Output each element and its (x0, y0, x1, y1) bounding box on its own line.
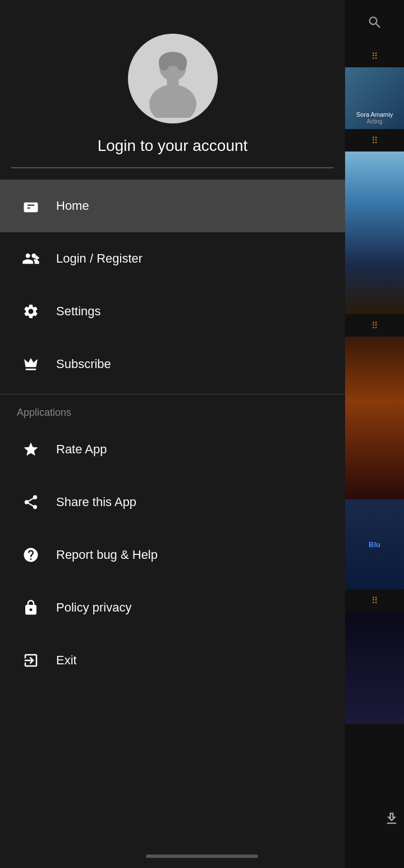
home-icon (17, 192, 45, 220)
grid-icon-4[interactable]: ⠿ (345, 589, 404, 612)
exit-icon (17, 646, 45, 674)
menu-item-rate[interactable]: Rate App (0, 423, 345, 476)
menu-item-privacy[interactable]: Policy privacy (0, 581, 345, 634)
sora-name: Sora Amamiy (356, 111, 393, 118)
menu-label-share: Share this App (56, 495, 136, 509)
header-divider (11, 167, 334, 168)
menu-label-subscribe: Subscribe (56, 357, 111, 371)
help-icon (17, 541, 45, 569)
menu-label-bug: Report bug & Help (56, 548, 158, 562)
right-panel: ⠿ Sora Amamiy Acting ⠿ ⠿ Blu ⠿ (345, 0, 404, 868)
applications-menu: Rate App Share this App Report bug & Hel… (0, 423, 345, 687)
svg-point-5 (158, 55, 169, 71)
navigation-drawer: Login to your account Home Login / Regis… (0, 0, 345, 868)
login-prompt[interactable]: Login to your account (98, 137, 248, 155)
drawer-header: Login to your account (0, 0, 345, 180)
menu-label-rate: Rate App (56, 442, 107, 457)
menu-label-login: Login / Register (56, 251, 143, 266)
section-divider (0, 394, 345, 394)
lock-icon (17, 594, 45, 622)
grid-icon-3[interactable]: ⠿ (345, 314, 404, 337)
menu-label-home: Home (56, 199, 89, 213)
share-icon (17, 488, 45, 516)
anime-thumbnail-3[interactable] (345, 612, 404, 724)
search-button[interactable] (345, 0, 404, 45)
svg-rect-3 (167, 79, 178, 89)
svg-point-6 (176, 55, 187, 71)
grid-icon-2[interactable]: ⠿ (345, 129, 404, 151)
bottom-nav-bar (146, 855, 258, 858)
menu-item-bug[interactable]: Report bug & Help (0, 529, 345, 581)
download-icon[interactable] (384, 811, 400, 829)
menu-label-settings: Settings (56, 304, 101, 319)
main-menu: Home Login / Register Settings (0, 180, 345, 391)
star-icon (17, 435, 45, 463)
subscribe-icon (17, 350, 45, 378)
sora-role: Acting (356, 118, 393, 125)
menu-item-home[interactable]: Home (0, 180, 345, 232)
anime-thumbnail-1[interactable] (345, 151, 404, 314)
bluray-thumbnail[interactable]: Blu (345, 499, 404, 589)
menu-item-share[interactable]: Share this App (0, 476, 345, 529)
login-icon (17, 245, 45, 273)
applications-label: Applications (0, 398, 345, 423)
anime-thumbnail-2[interactable] (345, 337, 404, 499)
avatar[interactable] (128, 34, 218, 123)
settings-icon (17, 297, 45, 325)
menu-label-exit: Exit (56, 653, 77, 668)
menu-item-login[interactable]: Login / Register (0, 232, 345, 285)
menu-item-exit[interactable]: Exit (0, 634, 345, 687)
menu-label-privacy: Policy privacy (56, 600, 131, 615)
grid-icon-1[interactable]: ⠿ (345, 45, 404, 67)
menu-item-subscribe[interactable]: Subscribe (0, 338, 345, 391)
menu-item-settings[interactable]: Settings (0, 285, 345, 338)
sora-thumbnail[interactable]: Sora Amamiy Acting (345, 67, 404, 129)
